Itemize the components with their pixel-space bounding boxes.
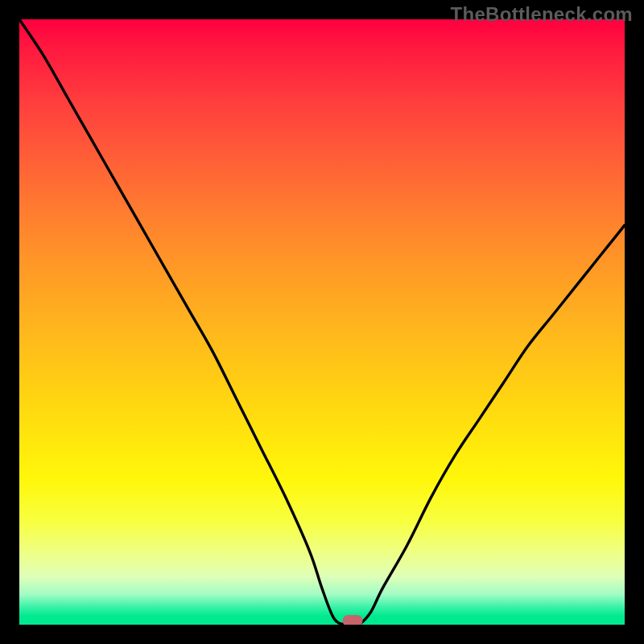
bottleneck-curve: [19, 19, 625, 625]
chart-frame: TheBottleneck.com: [0, 0, 644, 644]
watermark-text: TheBottleneck.com: [451, 3, 633, 26]
plot-area: [19, 19, 625, 625]
curve-marker: [342, 615, 362, 625]
